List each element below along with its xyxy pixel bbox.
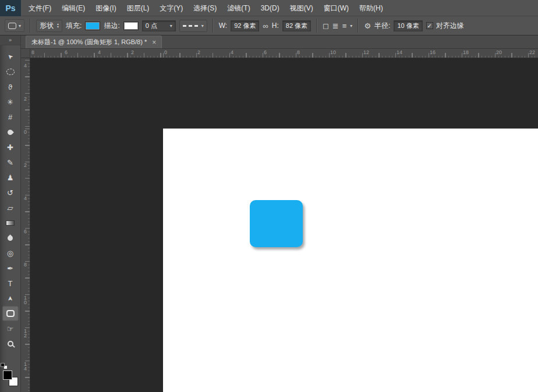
v-ruler-number: 2	[23, 97, 28, 101]
h-ruler-number: 8	[297, 49, 300, 55]
tool-eraser[interactable]: ▱	[2, 200, 19, 215]
corner-radius-field[interactable]: 10 像素	[394, 20, 422, 31]
path-arrangement-icon[interactable]: ≡	[342, 22, 347, 30]
chevron-down-icon: ▾	[19, 23, 21, 28]
v-ruler-number: 6	[23, 229, 28, 234]
brush-icon: ✎	[7, 159, 13, 166]
menu-select[interactable]: 选择(S)	[188, 0, 222, 16]
stroke-style-select[interactable]: ▾	[179, 20, 207, 32]
document-tab[interactable]: 未标题-1 @ 100% (圆角矩形 1, RGB/8) * ×	[26, 35, 162, 48]
eyedropper-icon	[6, 129, 14, 136]
magnifier-icon	[8, 341, 13, 347]
tool-brush[interactable]: ✎	[2, 155, 19, 170]
h-ruler-number: 2	[197, 49, 200, 55]
tool-hand[interactable]: ☞	[2, 321, 19, 336]
eraser-icon: ▱	[8, 204, 13, 212]
align-edges-checkbox[interactable]: ✓	[426, 22, 433, 29]
gear-icon[interactable]: ⚙	[364, 22, 371, 30]
close-icon[interactable]: ×	[152, 38, 156, 47]
h-ruler-number: 22	[529, 49, 535, 55]
toolbox-collapse-button[interactable]: »	[0, 35, 20, 45]
history-brush-icon: ↺	[7, 189, 13, 197]
vertical-ruler[interactable]: 4 2 0 2 4 6 8 10 12 14	[21, 58, 30, 392]
menu-file[interactable]: 文件(F)	[23, 0, 56, 16]
tool-path-selection[interactable]: ➤	[2, 291, 19, 306]
lasso-icon: ϑ	[8, 83, 12, 91]
pen-icon: ✒	[7, 265, 13, 272]
elliptical-marquee-icon	[6, 69, 15, 75]
color-swatches	[3, 363, 18, 386]
tool-options-bar: ▾ 形状 ▴▾ 填充: 描边: 0 点 ▾ ▾ W: 92 像素 ∞ H: 82…	[0, 16, 538, 35]
tool-crop[interactable]: #	[2, 109, 19, 124]
h-ruler-number: 8	[31, 49, 34, 55]
path-alignment-icon[interactable]: ≣	[332, 22, 339, 30]
tool-zoom[interactable]	[2, 336, 19, 351]
menu-image[interactable]: 图像(I)	[90, 0, 121, 16]
radius-label: 半径:	[374, 21, 390, 31]
horizontal-ruler[interactable]: 8 6 4 2 0 2 4 6 8 10 12 14 16 18 20 22	[21, 49, 538, 58]
menu-3d[interactable]: 3D(D)	[256, 0, 285, 16]
separator	[213, 19, 214, 33]
tool-move[interactable]: ➤	[2, 49, 19, 64]
tool-quick-selection[interactable]: ✳	[2, 94, 19, 109]
tool-lasso[interactable]: ϑ	[2, 79, 19, 94]
tool-blur[interactable]	[2, 230, 19, 245]
tool-history-brush[interactable]: ↺	[2, 185, 19, 200]
separator	[30, 19, 31, 33]
tool-pen[interactable]: ✒	[2, 261, 19, 276]
rounded-rectangle-icon	[6, 310, 15, 317]
hand-icon: ☞	[7, 325, 14, 333]
menu-type[interactable]: 文字(Y)	[154, 0, 188, 16]
h-ruler-number: 4	[231, 49, 233, 55]
separator	[358, 19, 359, 33]
ruler-corner	[21, 49, 30, 58]
path-operations-icon[interactable]: ◻	[323, 22, 329, 30]
tool-rounded-rectangle[interactable]	[2, 306, 19, 321]
tool-elliptical-marquee[interactable]	[2, 64, 19, 79]
tool-dodge[interactable]: ◎	[2, 245, 19, 261]
photoshop-logo: Ps	[0, 0, 21, 16]
stroke-color-swatch[interactable]	[123, 22, 139, 30]
stroke-width-field[interactable]: 0 点 ▾	[142, 20, 176, 31]
foreground-color-swatch[interactable]	[3, 370, 12, 380]
h-ruler-number: 4	[98, 49, 101, 55]
menu-layer[interactable]: 图层(L)	[122, 0, 155, 16]
blur-drop-icon	[6, 234, 14, 242]
shape-height-field[interactable]: 82 像素	[282, 20, 311, 31]
menu-window[interactable]: 窗口(W)	[318, 0, 354, 16]
shape-width-field[interactable]: 92 像素	[231, 20, 259, 31]
tool-type[interactable]: T	[2, 276, 19, 291]
align-edges-group: ✓ 对齐边缘	[426, 21, 464, 31]
menu-edit[interactable]: 编辑(E)	[56, 0, 90, 16]
toolbox: » ➤ ϑ ✳ # ✚ ✎ ♟ ↺ ▱ ◎ ✒ T ➤ ☞	[0, 35, 21, 392]
chevron-down-icon: ▾	[350, 23, 352, 28]
h-ruler-number: 16	[430, 49, 436, 55]
default-colors-icon[interactable]	[1, 363, 5, 367]
tool-spot-healing-brush[interactable]: ✚	[2, 140, 19, 155]
dashed-line-icon	[183, 25, 198, 27]
menu-filter[interactable]: 滤镜(T)	[222, 0, 255, 16]
fill-label: 填充:	[66, 21, 82, 31]
v-ruler-number: 0	[23, 130, 28, 134]
tool-eyedropper[interactable]	[2, 124, 19, 140]
tool-preset-picker[interactable]: ▾	[5, 19, 24, 32]
link-dimensions-icon[interactable]: ∞	[263, 22, 268, 30]
fill-color-swatch[interactable]	[85, 22, 100, 30]
tool-gradient[interactable]	[2, 215, 19, 230]
v-ruler-number: 10	[23, 295, 28, 305]
menu-view[interactable]: 视图(V)	[285, 0, 318, 16]
tool-clone-stamp[interactable]: ♟	[2, 170, 19, 185]
h-ruler-number: 18	[463, 49, 469, 55]
tool-mode-select[interactable]: 形状 ▴▾	[36, 20, 62, 32]
type-icon: T	[8, 280, 13, 287]
path-selection-icon: ➤	[7, 295, 13, 301]
menu-help[interactable]: 帮助(H)	[354, 0, 388, 16]
align-edges-label: 对齐边缘	[436, 21, 464, 31]
v-ruler-number: 14	[23, 362, 28, 371]
gradient-icon	[6, 220, 15, 226]
v-ruler-number: 12	[23, 329, 28, 338]
stroke-width-value: 0 点	[146, 22, 157, 30]
menu-bar: Ps 文件(F) 编辑(E) 图像(I) 图层(L) 文字(Y) 选择(S) 滤…	[0, 0, 538, 16]
document-canvas[interactable]	[163, 129, 538, 392]
rounded-rectangle-shape[interactable]	[250, 200, 303, 247]
